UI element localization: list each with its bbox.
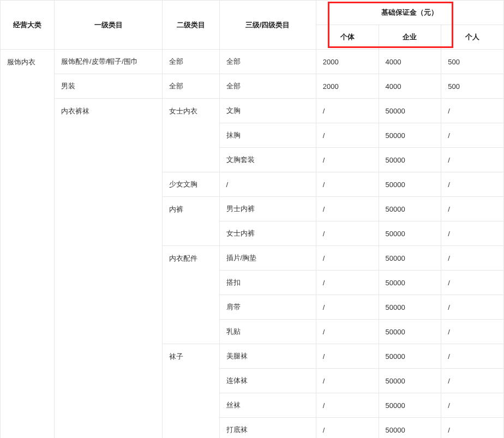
cell-enterprise: 50000	[379, 123, 441, 148]
cell-personal: /	[441, 418, 504, 439]
cell-l2: 全部	[163, 74, 219, 99]
cell-l34: 插片/胸垫	[219, 246, 316, 271]
cell-enterprise: 50000	[379, 418, 441, 439]
cell-individual: /	[316, 99, 379, 123]
cell-enterprise: 50000	[379, 320, 441, 344]
cell-personal: /	[441, 148, 504, 172]
table-row: 男装 全部 全部 2000 4000 500	[1, 74, 504, 99]
cell-l34: 女士内裤	[219, 221, 316, 246]
table-row: 服饰内衣 服饰配件/皮带/帽子/围巾 全部 全部 2000 4000 500	[1, 50, 504, 74]
cell-l34: 丝袜	[219, 393, 316, 418]
cell-enterprise: 50000	[379, 172, 441, 197]
cell-personal: /	[441, 123, 504, 148]
cell-l34: 搭扣	[219, 271, 316, 295]
cell-l2: 内裤	[163, 197, 219, 246]
cell-l34: /	[219, 172, 316, 197]
header-individual: 个体	[316, 25, 379, 50]
cell-enterprise: 50000	[379, 369, 441, 393]
cell-individual: /	[316, 418, 379, 439]
cell-enterprise: 50000	[379, 393, 441, 418]
cell-individual: /	[316, 320, 379, 344]
cell-personal: /	[441, 320, 504, 344]
cell-enterprise: 4000	[379, 50, 441, 74]
cell-personal: 500	[441, 74, 504, 99]
cell-individual: /	[316, 172, 379, 197]
cell-personal: /	[441, 246, 504, 271]
cell-individual: /	[316, 344, 379, 369]
cell-personal: /	[441, 344, 504, 369]
header-l1: 一级类目	[55, 1, 163, 50]
cell-l34: 全部	[219, 50, 316, 74]
cell-l34: 抹胸	[219, 123, 316, 148]
cell-individual: 2000	[316, 74, 379, 99]
cell-individual: /	[316, 148, 379, 172]
cell-l34: 乳贴	[219, 320, 316, 344]
cell-l34: 文胸	[219, 99, 316, 123]
header-deposit: 基础保证金（元）	[316, 1, 503, 25]
cell-l1: 内衣裤袜	[55, 99, 163, 439]
cell-individual: /	[316, 221, 379, 246]
cell-enterprise: 50000	[379, 344, 441, 369]
cell-individual: /	[316, 123, 379, 148]
cell-l34: 打底袜	[219, 418, 316, 439]
cell-l34: 连体袜	[219, 369, 316, 393]
table-row: 内衣裤袜 女士内衣 文胸 / 50000 /	[1, 99, 504, 123]
header-enterprise: 企业	[379, 25, 441, 50]
cell-personal: /	[441, 369, 504, 393]
cell-enterprise: 4000	[379, 74, 441, 99]
cell-personal: /	[441, 271, 504, 295]
cell-l34: 文胸套装	[219, 148, 316, 172]
cell-l2: 女士内衣	[163, 99, 219, 172]
cell-l2: 全部	[163, 50, 219, 74]
cell-enterprise: 50000	[379, 221, 441, 246]
header-personal: 个人	[441, 25, 504, 50]
header-l34: 三级/四级类目	[219, 1, 316, 50]
cell-personal: /	[441, 99, 504, 123]
cell-individual: /	[316, 246, 379, 271]
cell-l1: 服饰配件/皮带/帽子/围巾	[55, 50, 163, 74]
cell-personal: /	[441, 221, 504, 246]
cell-individual: /	[316, 393, 379, 418]
cell-l2: 袜子	[163, 344, 219, 439]
cell-personal: 500	[441, 50, 504, 74]
table-header-row-1: 经营大类 一级类目 二级类目 三级/四级类目 基础保证金（元）	[1, 1, 504, 25]
header-major: 经营大类	[1, 1, 55, 50]
cell-l2: 少女文胸	[163, 172, 219, 197]
cell-enterprise: 50000	[379, 99, 441, 123]
cell-individual: /	[316, 271, 379, 295]
cell-l34: 男士内裤	[219, 197, 316, 221]
cell-l34: 美腿袜	[219, 344, 316, 369]
cell-personal: /	[441, 172, 504, 197]
cell-enterprise: 50000	[379, 271, 441, 295]
cell-l2: 内衣配件	[163, 246, 219, 344]
cell-major: 服饰内衣	[1, 50, 55, 439]
cell-personal: /	[441, 295, 504, 320]
cell-individual: 2000	[316, 50, 379, 74]
cell-l34: 全部	[219, 74, 316, 99]
cell-l34: 肩带	[219, 295, 316, 320]
cell-personal: /	[441, 393, 504, 418]
deposit-table: 经营大类 一级类目 二级类目 三级/四级类目 基础保证金（元） 个体 企业 个人…	[0, 0, 504, 438]
cell-personal: /	[441, 197, 504, 221]
cell-enterprise: 50000	[379, 197, 441, 221]
cell-l1: 男装	[55, 74, 163, 99]
cell-enterprise: 50000	[379, 246, 441, 271]
cell-individual: /	[316, 295, 379, 320]
header-l2: 二级类目	[163, 1, 219, 50]
cell-individual: /	[316, 197, 379, 221]
cell-individual: /	[316, 369, 379, 393]
cell-enterprise: 50000	[379, 148, 441, 172]
cell-enterprise: 50000	[379, 295, 441, 320]
